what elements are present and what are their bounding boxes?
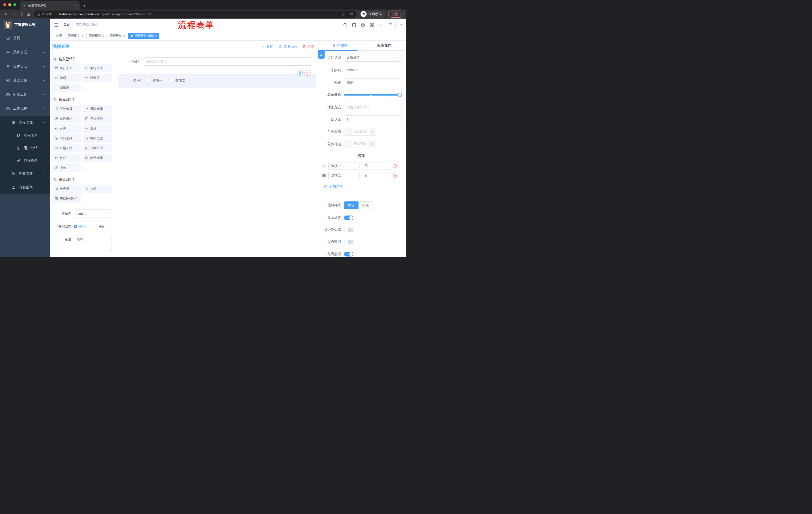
min-select-placeholder[interactable]: 至少应选: [351, 128, 369, 135]
tag-close-icon[interactable]: ×: [123, 34, 125, 37]
sidebar-item-infrastructure[interactable]: 基础设施: [0, 74, 50, 87]
tab-form-props[interactable]: 表单属性: [362, 41, 406, 50]
browser-menu-dots-icon[interactable]: [399, 12, 402, 16]
library-item-multi-line-text[interactable]: 多行文本: [83, 64, 112, 73]
title-input[interactable]: [344, 78, 402, 86]
form-grid-slider[interactable]: [344, 91, 402, 99]
status-off-radio[interactable]: [93, 225, 97, 228]
delete-component-button[interactable]: [304, 70, 311, 76]
save-button[interactable]: 保存: [261, 44, 273, 49]
sidebar-item-user-group[interactable]: 用户分组: [0, 142, 50, 154]
library-item-radio-group[interactable]: 单选框组: [52, 114, 81, 123]
browser-tab[interactable]: 芋道管理系统: [20, 1, 80, 9]
sidebar-item-payment-mgmt[interactable]: 支付管理: [0, 59, 50, 74]
status-on-label[interactable]: 开启: [79, 224, 86, 229]
default-value-input[interactable]: [344, 115, 402, 123]
library-item-rate[interactable]: 评分: [52, 154, 81, 162]
tag-流程模型[interactable]: 流程模型×: [86, 33, 106, 39]
status-on-radio[interactable]: [74, 225, 77, 228]
sidebar-item-task-mgmt[interactable]: 任务管理: [0, 167, 50, 181]
option-label-input[interactable]: [328, 172, 359, 179]
checkbox[interactable]: [170, 79, 173, 82]
sidebar-item-workflow[interactable]: 工作流程: [0, 102, 50, 116]
library-item-time-picker[interactable]: 时间选择: [52, 134, 81, 142]
view-json-button[interactable]: 查看json: [279, 44, 297, 49]
library-item-cascader[interactable]: 级联选择: [83, 105, 112, 113]
field-name-input[interactable]: [344, 66, 402, 74]
stepper-increase-button[interactable]: +: [369, 140, 376, 147]
library-item-time-range[interactable]: 时间范围: [83, 134, 112, 142]
address-bar[interactable]: 不安全 dashboard.yudao.iocoder.cn/bpm/manag…: [34, 10, 356, 18]
fullscreen-icon[interactable]: [370, 23, 374, 27]
stepper-decrease-button[interactable]: −: [344, 128, 351, 135]
search-icon[interactable]: [343, 23, 347, 27]
sidebar-item-dev-tools[interactable]: 研发工具: [0, 87, 50, 102]
library-item-editor[interactable]: 编辑器: [52, 83, 81, 92]
bookmark-star-icon[interactable]: [348, 11, 355, 17]
remark-textarea[interactable]: 嘿嘿: [74, 235, 112, 252]
sidebar-item-system-mgmt[interactable]: 系统管理: [0, 45, 50, 59]
option-value-input[interactable]: [362, 172, 390, 179]
tag-首页[interactable]: 首页: [54, 33, 64, 39]
with-border-toggle[interactable]: [344, 227, 353, 232]
clear-button[interactable]: 清空: [302, 44, 314, 49]
library-item-table-dev[interactable]: 表格[开发中]: [52, 194, 81, 203]
panel-link-handle[interactable]: [318, 51, 325, 59]
home-icon[interactable]: [25, 10, 32, 18]
library-item-slider[interactable]: 滑块: [83, 124, 112, 133]
sidebar-item-leave-query[interactable]: 请假查询: [0, 181, 50, 194]
label-width-input[interactable]: [344, 103, 402, 111]
breadcrumb-home[interactable]: 首页: [63, 23, 70, 27]
new-tab-button[interactable]: [83, 4, 86, 7]
remove-option-icon[interactable]: [393, 173, 397, 178]
update-button[interactable]: 更新: [388, 10, 404, 18]
stepper-decrease-button[interactable]: −: [344, 140, 351, 147]
library-item-password[interactable]: 密码: [52, 74, 81, 82]
help-icon[interactable]: [361, 23, 365, 27]
show-label-toggle[interactable]: [344, 216, 353, 220]
form-name-input[interactable]: [74, 210, 112, 218]
status-off-label[interactable]: 关闭: [99, 224, 105, 229]
component-type-select[interactable]: 多选框组: [344, 54, 402, 62]
window-minimize-button[interactable]: [8, 3, 11, 6]
library-item-button[interactable]: 按钮: [83, 185, 112, 193]
tab-close-icon[interactable]: [75, 4, 77, 7]
github-icon[interactable]: [352, 23, 356, 27]
tag-close-icon[interactable]: ×: [81, 34, 83, 37]
back-icon[interactable]: [2, 10, 9, 18]
reload-icon[interactable]: [18, 10, 25, 18]
avatar[interactable]: [388, 21, 396, 29]
library-item-date-picker[interactable]: 日期选择: [52, 144, 81, 153]
library-item-upload[interactable]: 上传: [52, 163, 81, 172]
style-default-button[interactable]: 默认: [344, 201, 358, 209]
tag-close-icon[interactable]: ×: [102, 34, 104, 37]
library-item-counter[interactable]: 123计数器: [83, 74, 112, 82]
key-icon[interactable]: [340, 11, 346, 17]
canvas-field-gender-selected[interactable]: 性别 选项一选项二: [118, 74, 316, 88]
sidebar-item-home[interactable]: 首页: [0, 31, 50, 45]
slider-handle[interactable]: [398, 93, 402, 97]
copy-component-button[interactable]: [297, 70, 303, 76]
library-item-color-picker[interactable]: 颜色选择: [83, 154, 112, 162]
canvas-field-phone[interactable]: 手机号: [118, 57, 316, 65]
drag-handle-icon[interactable]: [322, 173, 326, 178]
tag-流程表单-编辑[interactable]: 流程表单-编辑×: [128, 33, 159, 39]
chevron-down-icon[interactable]: [400, 23, 403, 26]
library-item-row-container[interactable]: 行容器: [52, 185, 81, 193]
forward-icon[interactable]: [10, 10, 17, 18]
tag-close-icon[interactable]: ×: [155, 34, 157, 37]
library-item-single-line-text[interactable]: 单行文本: [52, 64, 81, 73]
gender-option-选项二[interactable]: 选项二: [170, 78, 185, 83]
drag-handle-icon[interactable]: [322, 164, 326, 168]
sidebar-item-process-model[interactable]: 流程模型: [0, 154, 50, 167]
window-close-button[interactable]: [3, 3, 6, 6]
option-value-input[interactable]: [362, 162, 390, 170]
library-item-checkbox-group[interactable]: 多选框组: [83, 114, 112, 123]
font-size-icon[interactable]: TT: [378, 22, 383, 27]
tag-流程定义[interactable]: 流程定义×: [65, 33, 85, 39]
required-toggle[interactable]: [344, 252, 353, 256]
sidebar-collapse-icon[interactable]: [54, 23, 59, 27]
max-select-placeholder[interactable]: 最多可选: [351, 140, 369, 147]
form-canvas[interactable]: 手机号 性别 选项一选项二: [115, 52, 318, 257]
checkbox[interactable]: [147, 79, 150, 82]
